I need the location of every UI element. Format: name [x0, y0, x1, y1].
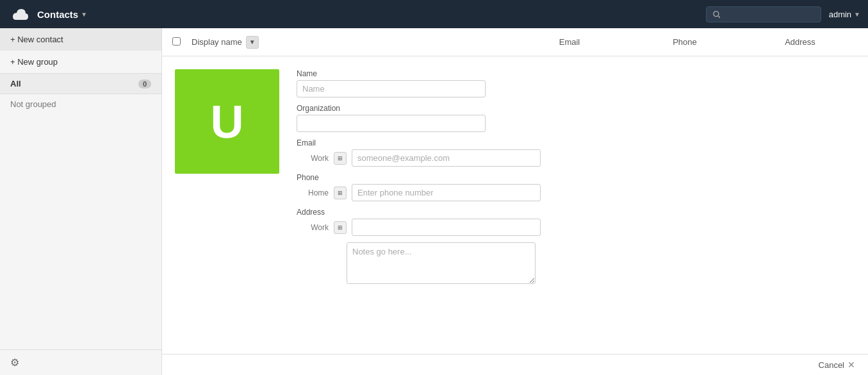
cancel-x-icon: ✕ — [848, 360, 855, 370]
phone-label: Phone — [297, 173, 855, 182]
topbar-right: admin ▼ — [706, 6, 860, 22]
search-input[interactable] — [724, 10, 814, 19]
email-type-label: Work — [297, 154, 329, 163]
cancel-bar: Cancel ✕ — [162, 354, 868, 375]
th-display-name: Display name ▼ — [192, 36, 512, 49]
app-title-caret[interactable]: ▼ — [81, 11, 87, 18]
form-fields: Name Organization Email Work ⊞ — [297, 69, 855, 341]
contact-form: U Name Organization Email — [162, 56, 868, 354]
name-field-group: Name — [297, 69, 855, 97]
th-email: Email — [512, 37, 627, 47]
address-type-button[interactable]: ⊞ — [334, 221, 347, 234]
email-type-button[interactable]: ⊞ — [334, 152, 347, 165]
svg-point-1 — [714, 11, 719, 16]
address-input[interactable] — [352, 219, 541, 236]
name-label: Name — [297, 69, 855, 78]
address-label: Address — [297, 208, 855, 217]
phone-field-row: Home ⊞ — [297, 184, 855, 201]
svg-line-2 — [718, 15, 721, 18]
app-title: Contacts ▼ — [37, 9, 87, 20]
new-group-button[interactable]: + New group — [0, 51, 161, 73]
email-field-group: Email Work ⊞ — [297, 138, 855, 167]
avatar-letter: U — [211, 96, 244, 148]
org-input[interactable] — [297, 115, 486, 132]
logo-icon — [8, 3, 31, 26]
all-section: All 0 — [0, 73, 161, 94]
sidebar: + New contact + New group All 0 Not grou… — [0, 28, 162, 375]
all-count: 0 — [138, 79, 151, 88]
sort-button[interactable]: ▼ — [246, 36, 259, 49]
select-all-checkbox[interactable] — [172, 37, 181, 46]
phone-field-group: Phone Home ⊞ — [297, 173, 855, 201]
table-header: Display name ▼ Email Phone Address — [162, 28, 868, 56]
not-grouped-item[interactable]: Not grouped — [0, 94, 161, 114]
address-field-row: Work ⊞ — [297, 219, 855, 236]
phone-input[interactable] — [352, 184, 541, 201]
notes-textarea[interactable] — [347, 242, 536, 284]
email-field-row: Work ⊞ — [297, 149, 855, 167]
th-checkbox — [172, 37, 192, 47]
name-input[interactable] — [297, 80, 486, 97]
admin-label: admin ▼ — [829, 10, 860, 19]
th-address: Address — [742, 37, 858, 47]
new-contact-label: + New contact — [10, 35, 63, 44]
search-bar[interactable] — [706, 6, 821, 22]
layout: + New contact + New group All 0 Not grou… — [0, 28, 868, 375]
new-contact-button[interactable]: + New contact — [0, 28, 161, 51]
org-field-group: Organization — [297, 104, 855, 132]
address-type-label: Work — [297, 223, 329, 232]
org-label: Organization — [297, 104, 855, 113]
phone-type-button[interactable]: ⊞ — [334, 187, 347, 199]
sidebar-bottom: ⚙ — [0, 349, 161, 375]
notes-field-group — [347, 242, 855, 286]
th-phone: Phone — [627, 37, 742, 47]
new-group-label: + New group — [10, 57, 58, 67]
email-input[interactable] — [352, 149, 541, 167]
gear-icon[interactable]: ⚙ — [10, 357, 19, 368]
cancel-button[interactable]: Cancel ✕ — [819, 360, 855, 370]
all-label: All — [10, 79, 21, 88]
avatar: U — [175, 69, 279, 174]
phone-type-label: Home — [297, 188, 329, 197]
email-label: Email — [297, 138, 855, 147]
topbar: Contacts ▼ admin ▼ — [0, 0, 868, 28]
search-icon — [713, 10, 721, 19]
main-content: Display name ▼ Email Phone Address U — [162, 28, 868, 375]
avatar-block: U — [175, 69, 284, 341]
address-field-group: Address Work ⊞ — [297, 208, 855, 236]
topbar-left: Contacts ▼ — [8, 3, 87, 26]
